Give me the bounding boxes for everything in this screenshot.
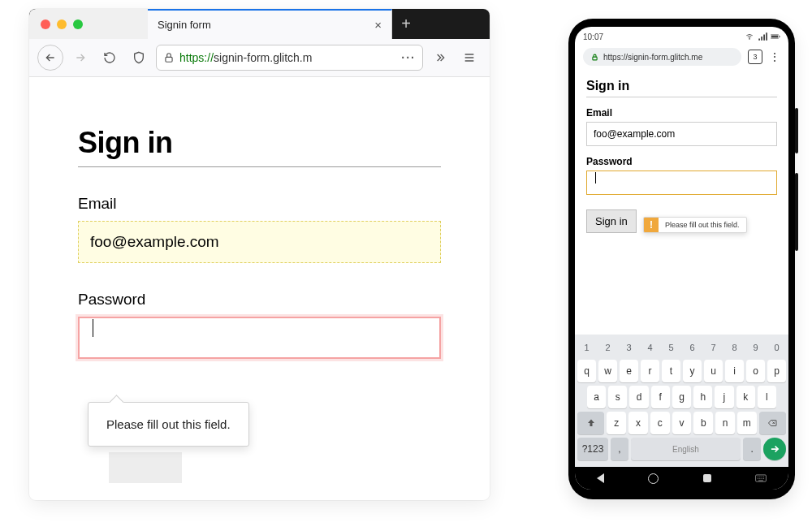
key-f[interactable]: f: [651, 386, 670, 408]
key-4[interactable]: 4: [641, 339, 659, 356]
svg-rect-3: [771, 36, 778, 38]
app-menu-button[interactable]: [457, 45, 482, 70]
password-field[interactable]: [586, 171, 777, 195]
key-h[interactable]: h: [693, 386, 712, 408]
signal-icon: [758, 32, 767, 41]
page-actions-icon[interactable]: ···: [401, 51, 416, 64]
key-j[interactable]: j: [715, 386, 733, 408]
lock-icon: [163, 52, 175, 63]
volume-button[interactable]: [795, 173, 798, 251]
key-enter[interactable]: [763, 438, 786, 460]
key-a[interactable]: a: [587, 386, 606, 408]
battery-icon: [771, 32, 780, 41]
validation-message: Please fill out this field.: [106, 417, 231, 431]
url-text: https://signin-form.glitch.m: [179, 51, 396, 64]
tab-strip: Signin form × +: [29, 9, 490, 39]
password-field[interactable]: [78, 317, 441, 359]
key-6[interactable]: 6: [683, 339, 702, 356]
new-tab-button[interactable]: +: [392, 9, 420, 39]
key-9[interactable]: 9: [746, 339, 765, 356]
key-t[interactable]: t: [662, 360, 680, 382]
nav-recent-button[interactable]: [703, 474, 711, 482]
key-shift[interactable]: [577, 412, 604, 434]
nav-home-button[interactable]: [648, 473, 659, 484]
maximize-window-icon[interactable]: [73, 19, 83, 29]
key-s[interactable]: s: [608, 386, 627, 408]
close-tab-icon[interactable]: ×: [374, 18, 382, 32]
wifi-icon: [745, 32, 754, 41]
key-z[interactable]: z: [607, 412, 626, 434]
email-field[interactable]: [78, 221, 441, 263]
key-x[interactable]: x: [628, 412, 648, 434]
mobile-screen: 10:07 https://signin-form.glitch.me 3 ⋮ …: [575, 27, 788, 490]
minimize-window-icon[interactable]: [57, 19, 67, 29]
key-7[interactable]: 7: [704, 339, 723, 356]
key-0[interactable]: 0: [767, 339, 786, 356]
key-d[interactable]: d: [629, 386, 648, 408]
back-button[interactable]: [37, 45, 63, 71]
backspace-icon: [767, 418, 778, 428]
key-y[interactable]: y: [683, 360, 702, 382]
browser-toolbar: https://signin-form.glitch.m ···: [29, 39, 490, 77]
browser-tab[interactable]: Signin form ×: [148, 9, 392, 39]
reload-button[interactable]: [97, 45, 122, 70]
key-symbols[interactable]: ?123: [577, 438, 608, 460]
page-content: Sign in Email Password: [29, 77, 490, 359]
overflow-button[interactable]: [428, 45, 452, 70]
key-period[interactable]: .: [743, 438, 761, 460]
password-label: Password: [586, 156, 777, 167]
svg-rect-4: [780, 36, 780, 37]
shield-icon: [132, 51, 145, 64]
key-space[interactable]: English: [631, 438, 741, 460]
email-field[interactable]: [586, 122, 777, 146]
window-controls: [29, 9, 104, 39]
key-g[interactable]: g: [672, 386, 691, 408]
key-b[interactable]: b: [693, 412, 713, 434]
browser-menu-button[interactable]: ⋮: [769, 50, 780, 63]
forward-button: [68, 45, 93, 70]
validation-tooltip: ! Please fill out this field.: [643, 217, 747, 233]
soft-keyboard: 1234567890 qwertyuiop asdfghjkl zxcvbnm …: [575, 335, 788, 467]
reload-icon: [103, 51, 116, 64]
keyboard-toggle-icon[interactable]: [755, 474, 767, 482]
nav-back-button[interactable]: [597, 473, 604, 483]
hamburger-icon: [463, 51, 476, 64]
key-w[interactable]: w: [598, 360, 617, 382]
mobile-address-bar[interactable]: https://signin-form.glitch.me: [583, 48, 741, 66]
key-q[interactable]: q: [577, 360, 596, 382]
key-l[interactable]: l: [758, 386, 776, 408]
page-title: Sign in: [586, 79, 777, 97]
tracking-protection-button[interactable]: [127, 45, 151, 70]
key-m[interactable]: m: [737, 412, 757, 434]
mobile-device-frame: 10:07 https://signin-form.glitch.me 3 ⋮ …: [568, 19, 795, 499]
key-i[interactable]: i: [725, 360, 744, 382]
key-e[interactable]: e: [620, 360, 638, 382]
key-5[interactable]: 5: [662, 339, 680, 356]
text-caret-icon: [595, 172, 596, 183]
tab-title: Signin form: [158, 19, 211, 31]
key-2[interactable]: 2: [598, 339, 617, 356]
key-o[interactable]: o: [746, 360, 765, 382]
key-r[interactable]: r: [641, 360, 659, 382]
power-button[interactable]: [795, 108, 798, 153]
svg-point-1: [749, 39, 750, 40]
email-label: Email: [78, 195, 441, 213]
key-comma[interactable]: ,: [611, 438, 628, 460]
submit-button-obscured[interactable]: [109, 452, 182, 483]
key-k[interactable]: k: [736, 386, 755, 408]
tab-switcher-button[interactable]: 3: [748, 50, 762, 64]
key-v[interactable]: v: [672, 412, 692, 434]
key-3[interactable]: 3: [620, 339, 638, 356]
sign-in-button[interactable]: Sign in: [586, 209, 637, 233]
key-c[interactable]: c: [650, 412, 670, 434]
keyboard-row-1: qwertyuiop: [577, 360, 786, 382]
key-backspace[interactable]: [759, 412, 786, 434]
address-bar[interactable]: https://signin-form.glitch.m ···: [156, 45, 423, 71]
close-window-icon[interactable]: [41, 19, 50, 29]
key-p[interactable]: p: [767, 360, 786, 382]
key-u[interactable]: u: [704, 360, 723, 382]
key-1[interactable]: 1: [577, 339, 596, 356]
key-n[interactable]: n: [715, 412, 735, 434]
key-8[interactable]: 8: [725, 339, 744, 356]
clock: 10:07: [583, 32, 603, 41]
